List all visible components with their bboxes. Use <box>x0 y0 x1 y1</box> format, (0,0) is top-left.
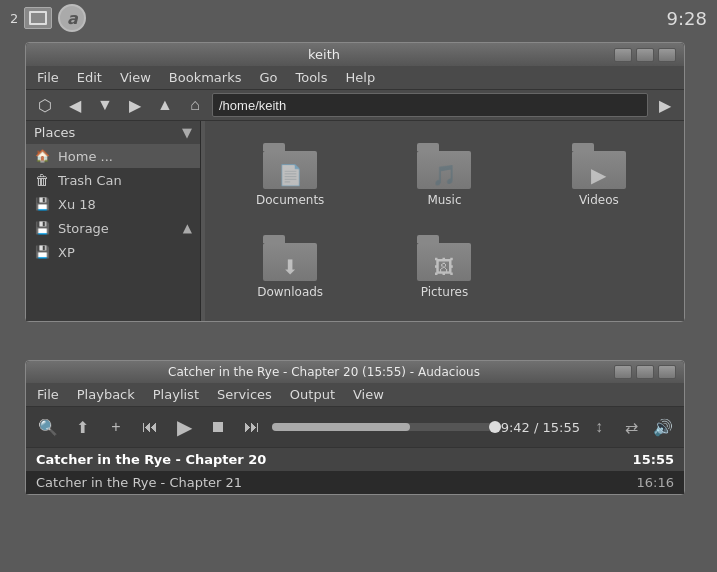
file-manager-titlebar: keith <box>26 43 684 66</box>
menu-go[interactable]: Go <box>256 69 280 86</box>
playlist-item[interactable]: Catcher in the Rye - Chapter 21 16:16 <box>26 471 684 494</box>
trash-icon: 🗑 <box>34 172 50 188</box>
upload-button[interactable]: ⬆ <box>68 413 96 441</box>
file-item-pictures[interactable]: 🖼 Pictures <box>369 223 519 311</box>
user-icon[interactable]: a <box>58 4 86 32</box>
aud-menu-file[interactable]: File <box>34 386 62 403</box>
playlist-item-title: Catcher in the Rye - Chapter 21 <box>36 475 242 490</box>
audacious-titlebar: Catcher in the Rye - Chapter 20 (15:55) … <box>26 361 684 383</box>
home-icon: 🏠 <box>34 148 50 164</box>
close-button[interactable] <box>658 48 676 62</box>
aud-menu-view[interactable]: View <box>350 386 387 403</box>
folder-icon: ⬇ <box>263 235 317 281</box>
sidebar-item-label: Home ... <box>58 149 113 164</box>
sidebar-item-label: XP <box>58 245 75 260</box>
folder-icon: ▶ <box>572 143 626 189</box>
file-manager-title: keith <box>34 47 614 62</box>
sidebar-item-label: Trash Can <box>58 173 122 188</box>
audacious-window: Catcher in the Rye - Chapter 20 (15:55) … <box>25 360 685 495</box>
file-label: Music <box>427 193 461 207</box>
shuffle-button[interactable]: ⇄ <box>618 414 644 440</box>
folder-icon: 🖼 <box>417 235 471 281</box>
maximize-button[interactable] <box>636 48 654 62</box>
playlist-item-duration: 16:16 <box>637 475 674 490</box>
drive-icon: 💾 <box>34 220 50 236</box>
file-label: Videos <box>579 193 619 207</box>
menu-edit[interactable]: Edit <box>74 69 105 86</box>
window-switcher[interactable] <box>24 7 52 29</box>
sidebar-item-xu18[interactable]: 💾 Xu 18 <box>26 192 200 216</box>
prev-button[interactable]: ⏮ <box>136 413 164 441</box>
menu-file[interactable]: File <box>34 69 62 86</box>
window-count: 2 <box>10 11 18 26</box>
aud-close-button[interactable] <box>658 365 676 379</box>
file-label: Documents <box>256 193 324 207</box>
volume-button[interactable]: 🔊 <box>650 414 676 440</box>
clock: 9:28 <box>667 8 707 29</box>
playlist-item[interactable]: Catcher in the Rye - Chapter 20 15:55 <box>26 448 684 471</box>
file-item-music[interactable]: 🎵 Music <box>369 131 519 219</box>
sidebar-toggle-icon[interactable]: ▼ <box>182 125 192 140</box>
history-button[interactable]: ▼ <box>92 93 118 117</box>
search-button[interactable]: 🔍 <box>34 413 62 441</box>
file-manager-menu: File Edit View Bookmarks Go Tools Help <box>26 66 684 90</box>
go-button[interactable]: ▶ <box>652 93 678 117</box>
aud-controls-right[interactable] <box>614 365 676 379</box>
file-item-downloads[interactable]: ⬇ Downloads <box>215 223 365 311</box>
play-button[interactable]: ▶ <box>170 413 198 441</box>
folder-icon: 📄 <box>263 143 317 189</box>
menu-help[interactable]: Help <box>343 69 379 86</box>
aud-menu-services[interactable]: Services <box>214 386 275 403</box>
playlist-item-duration: 15:55 <box>633 452 674 467</box>
drive-icon: 💾 <box>34 196 50 212</box>
sidebar-item-label: Storage <box>58 221 109 236</box>
audacious-controls: 🔍 ⬆ + ⏮ ▶ ⏹ ⏭ 9:42 / 15:55 ↕ ⇄ 🔊 <box>26 407 684 447</box>
file-grid: 📄 Documents 🎵 Music <box>205 121 684 321</box>
sidebar-item-storage[interactable]: 💾 Storage ▲ <box>26 216 200 240</box>
minimize-button[interactable] <box>614 48 632 62</box>
menu-bookmarks[interactable]: Bookmarks <box>166 69 245 86</box>
progress-knob[interactable] <box>489 421 501 433</box>
sidebar-item-label: Xu 18 <box>58 197 96 212</box>
sidebar-item-trash[interactable]: 🗑 Trash Can <box>26 168 200 192</box>
sidebar-header: Places ▼ <box>26 121 200 144</box>
aud-maximize-button[interactable] <box>636 365 654 379</box>
menu-view[interactable]: View <box>117 69 154 86</box>
aud-menu-output[interactable]: Output <box>287 386 338 403</box>
add-button[interactable]: + <box>102 413 130 441</box>
eject-icon[interactable]: ▲ <box>183 221 192 235</box>
sidebar: Places ▼ 🏠 Home ... 🗑 Trash Can 💾 Xu 18 … <box>26 121 201 321</box>
aud-menu-playlist[interactable]: Playlist <box>150 386 202 403</box>
file-item-videos[interactable]: ▶ Videos <box>524 131 674 219</box>
playlist-item-title: Catcher in the Rye - Chapter 20 <box>36 452 266 467</box>
equalizer-button[interactable]: ↕ <box>586 414 612 440</box>
window-icon <box>29 11 47 25</box>
audacious-menu: File Playback Playlist Services Output V… <box>26 383 684 407</box>
up-button[interactable]: ▲ <box>152 93 178 117</box>
file-manager-window: keith File Edit View Bookmarks Go Tools … <box>25 42 685 322</box>
progress-bar[interactable] <box>272 423 495 431</box>
stop-button[interactable]: ⏹ <box>204 413 232 441</box>
drive-icon: 💾 <box>34 244 50 260</box>
progress-fill <box>272 423 410 431</box>
aud-minimize-button[interactable] <box>614 365 632 379</box>
sidebar-item-home[interactable]: 🏠 Home ... <box>26 144 200 168</box>
forward-button[interactable]: ▶ <box>122 93 148 117</box>
sidebar-header-label: Places <box>34 125 75 140</box>
back-button[interactable]: ◀ <box>62 93 88 117</box>
file-label: Pictures <box>421 285 469 299</box>
file-item-documents[interactable]: 📄 Documents <box>215 131 365 219</box>
window-controls-right[interactable] <box>614 48 676 62</box>
home-button[interactable]: ⌂ <box>182 93 208 117</box>
folder-icon: 🎵 <box>417 143 471 189</box>
next-button[interactable]: ⏭ <box>238 413 266 441</box>
sidebar-item-xp[interactable]: 💾 XP <box>26 240 200 264</box>
address-bar[interactable] <box>212 93 648 117</box>
menu-tools[interactable]: Tools <box>292 69 330 86</box>
new-tab-button[interactable]: ⬡ <box>32 93 58 117</box>
time-display: 9:42 / 15:55 <box>501 420 580 435</box>
taskbar-left: 2 a <box>10 4 86 32</box>
file-label: Downloads <box>257 285 323 299</box>
audacious-title: Catcher in the Rye - Chapter 20 (15:55) … <box>34 365 614 379</box>
aud-menu-playback[interactable]: Playback <box>74 386 138 403</box>
